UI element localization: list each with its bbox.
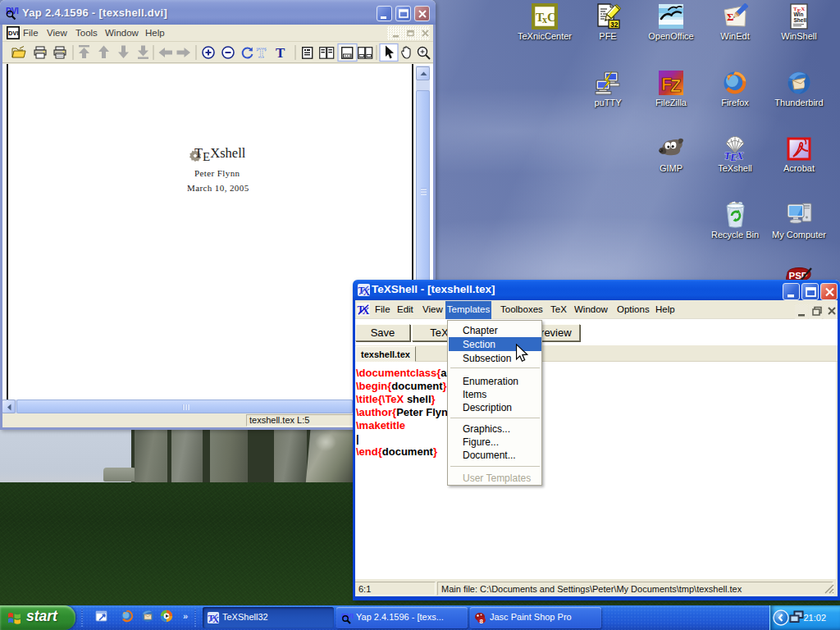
svg-text:8: 8 bbox=[480, 618, 484, 625]
svg-text:Z: Z bbox=[670, 75, 681, 96]
svg-text:TEX: TEX bbox=[724, 150, 744, 162]
svg-text:C: C bbox=[547, 11, 556, 24]
svg-text:32: 32 bbox=[610, 21, 619, 29]
svg-text:T: T bbox=[276, 45, 285, 61]
svg-text:Σ: Σ bbox=[727, 11, 734, 23]
svg-text:»: » bbox=[183, 611, 188, 621]
svg-text:T: T bbox=[257, 45, 267, 61]
svg-text:DVI: DVI bbox=[8, 30, 19, 37]
svg-text:Win: Win bbox=[794, 11, 804, 17]
svg-text:Shell: Shell bbox=[794, 17, 807, 23]
